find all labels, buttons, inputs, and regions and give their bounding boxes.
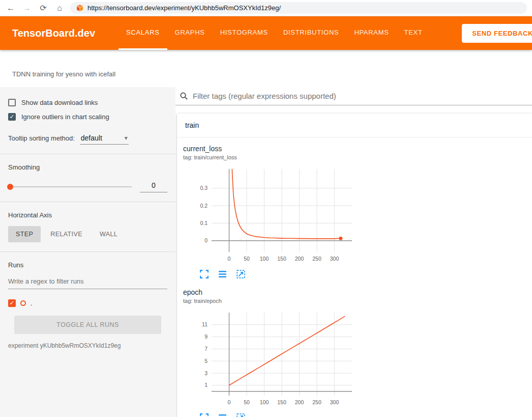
smoothing-slider-thumb[interactable] (7, 184, 13, 190)
smoothing-label: Smoothing (8, 163, 167, 171)
ignore-outliers-row[interactable]: ✓ Ignore outliers in chart scaling (8, 109, 167, 124)
send-feedback-button[interactable]: SEND FEEDBACK (462, 24, 532, 43)
brand-title[interactable]: TensorBoard.dev (12, 16, 95, 50)
svg-text:0: 0 (204, 237, 208, 243)
fit-domain-icon[interactable] (236, 269, 246, 279)
svg-text:250: 250 (312, 399, 321, 405)
settings-sidebar: Show data download links ✓ Ignore outlie… (0, 87, 175, 417)
content: Show data download links ✓ Ignore outlie… (0, 87, 532, 417)
address-bar[interactable]: https://tensorboard.dev/experiment/yKUbh… (70, 2, 527, 14)
data-lines-icon[interactable] (218, 413, 227, 417)
svg-text:5: 5 (204, 358, 208, 364)
main-nav: SCALARS GRAPHS HISTOGRAMS DISTRIBUTIONS … (119, 16, 430, 50)
svg-text:0: 0 (228, 256, 231, 262)
ignore-outliers-label: Ignore outliers in chart scaling (21, 113, 109, 121)
chart-card-epoch: epoch tag: train/epoch 13579110501001502… (183, 288, 359, 417)
svg-text:0.3: 0.3 (200, 185, 208, 191)
tab-distributions[interactable]: DISTRIBUTIONS (276, 16, 347, 50)
tooltip-sorting-row: Tooltip sorting method: default ▾ (8, 133, 167, 145)
experiment-subtitle: TDNN training for yesno with icefall (0, 50, 532, 87)
svg-text:0.1: 0.1 (200, 220, 208, 226)
svg-text:100: 100 (260, 399, 269, 405)
ignore-outliers-checkbox[interactable]: ✓ (8, 113, 16, 121)
svg-text:11: 11 (202, 321, 208, 327)
chart-card-current-loss: current_loss tag: train/current_loss 00.… (183, 145, 359, 279)
tab-hparams[interactable]: HPARAMS (346, 16, 396, 50)
axis-relative-button[interactable]: RELATIVE (43, 226, 90, 242)
forward-icon[interactable]: → (21, 4, 33, 13)
svg-text:250: 250 (312, 256, 321, 262)
fullscreen-icon[interactable] (199, 413, 209, 417)
fullscreen-icon[interactable] (199, 269, 209, 279)
svg-text:200: 200 (295, 256, 304, 262)
svg-text:150: 150 (277, 399, 286, 405)
chart-tag: tag: train/epoch (183, 298, 359, 304)
scalars-main: train current_loss tag: train/current_lo… (175, 87, 532, 417)
svg-text:50: 50 (244, 399, 250, 405)
svg-text:200: 200 (295, 399, 304, 405)
svg-text:9: 9 (204, 333, 208, 340)
tab-graphs[interactable]: GRAPHS (167, 16, 213, 50)
svg-text:300: 300 (330, 399, 339, 405)
experiment-id-note: experiment yKUbhb5wRmOSXYkId1z9eg (8, 342, 167, 349)
run-row[interactable]: ✓ . (8, 297, 167, 309)
toggle-all-runs-button[interactable]: TOGGLE ALL RUNS (14, 316, 161, 334)
svg-text:3: 3 (204, 370, 208, 376)
tooltip-sorting-select[interactable]: default ▾ (80, 133, 129, 145)
svg-text:7: 7 (204, 346, 208, 352)
site-icon (76, 5, 83, 12)
show-download-links-label: Show data download links (21, 99, 98, 106)
tab-scalars[interactable]: SCALARS (119, 16, 167, 50)
svg-text:100: 100 (260, 256, 269, 262)
chart-tag: tag: train/current_loss (183, 154, 359, 160)
run-color-swatch (20, 300, 26, 306)
tooltip-sorting-label: Tooltip sorting method: (8, 134, 75, 142)
svg-text:150: 150 (277, 256, 286, 262)
train-group-card: train current_loss tag: train/current_lo… (177, 114, 532, 417)
charts-grid: current_loss tag: train/current_loss 00.… (177, 137, 532, 417)
horizontal-axis-buttons: STEP RELATIVE WALL (8, 226, 167, 242)
chart-toolbar (183, 269, 359, 279)
data-lines-icon[interactable] (218, 269, 227, 279)
chevron-down-icon: ▾ (125, 134, 128, 142)
svg-text:300: 300 (330, 256, 339, 262)
browser-toolbar: ← → ⟳ ⌂ https://tensorboard.dev/experime… (0, 0, 532, 16)
run-checkbox[interactable]: ✓ (8, 299, 16, 307)
back-icon[interactable]: ← (5, 4, 16, 13)
divider (0, 251, 175, 252)
chart-toolbar (183, 413, 359, 417)
url-text: https://tensorboard.dev/experiment/yKUbh… (87, 4, 281, 12)
show-download-links-row[interactable]: Show data download links (8, 95, 167, 109)
smoothing-slider[interactable] (8, 186, 132, 187)
line-chart[interactable]: 00.10.20.3050100150200250300 (183, 166, 355, 267)
horizontal-axis-label: Horizontal Axis (8, 211, 167, 219)
svg-text:0: 0 (228, 399, 231, 405)
home-icon[interactable]: ⌂ (54, 4, 65, 13)
tag-filter-input[interactable] (193, 92, 532, 100)
svg-text:50: 50 (244, 256, 250, 262)
fit-domain-icon[interactable] (236, 413, 246, 417)
runs-label: Runs (8, 261, 167, 269)
axis-wall-button[interactable]: WALL (92, 226, 125, 242)
refresh-icon[interactable]: ⟳ (38, 3, 49, 13)
axis-step-button[interactable]: STEP (8, 226, 41, 242)
tab-text[interactable]: TEXT (397, 16, 430, 50)
runs-filter-input[interactable] (8, 274, 167, 289)
app-header: TensorBoard.dev SCALARS GRAPHS HISTOGRAM… (0, 16, 532, 50)
svg-text:1: 1 (204, 382, 208, 388)
divider (0, 202, 175, 202)
svg-text:0.2: 0.2 (200, 203, 208, 209)
tab-histograms[interactable]: HISTOGRAMS (213, 16, 276, 50)
smoothing-value: 0 (140, 181, 167, 192)
run-name: . (31, 299, 33, 307)
search-icon (180, 92, 188, 100)
tooltip-sorting-value: default (81, 134, 102, 142)
divider (0, 154, 175, 154)
line-chart[interactable]: 1357911050100150200250300 (183, 310, 355, 411)
tag-filter-row (175, 87, 532, 105)
smoothing-slider-row: 0 (8, 181, 167, 192)
chart-title: epoch (183, 288, 359, 296)
group-title-train[interactable]: train (177, 114, 532, 137)
chart-title: current_loss (183, 145, 359, 153)
show-download-links-checkbox[interactable] (8, 99, 16, 106)
